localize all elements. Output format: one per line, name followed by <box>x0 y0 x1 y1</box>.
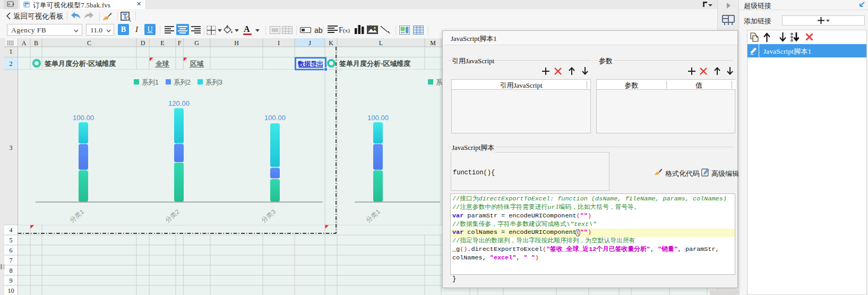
svg-text:H: H <box>234 39 239 47</box>
svg-text:D: D <box>141 39 145 47</box>
svg-text:I: I <box>278 39 280 47</box>
svg-text:E: E <box>160 39 164 47</box>
svg-text:系列2: 系列2 <box>174 79 191 86</box>
svg-text:2: 2 <box>10 60 13 68</box>
svg-text:J: J <box>308 39 311 47</box>
svg-text:6: 6 <box>10 247 13 254</box>
svg-text:K: K <box>329 39 333 47</box>
svg-text:L: L <box>379 39 383 47</box>
svg-text:A: A <box>22 39 27 47</box>
svg-text:1: 1 <box>10 48 13 55</box>
svg-text:系列1: 系列1 <box>142 79 159 86</box>
svg-text:8: 8 <box>10 267 13 274</box>
svg-text:G: G <box>194 39 199 47</box>
svg-text:系列3: 系列3 <box>205 79 222 86</box>
svg-text:4: 4 <box>10 226 13 234</box>
svg-text:签单月度分析-区域维度: 签单月度分析-区域维度 <box>44 60 116 68</box>
svg-text:C: C <box>87 39 91 47</box>
svg-text:100.00: 100.00 <box>367 114 389 122</box>
svg-text:100.00: 100.00 <box>73 114 94 122</box>
svg-text:签单月度分析-区域维度: 签单月度分析-区域维度 <box>339 60 411 68</box>
svg-text:全球: 全球 <box>155 60 169 68</box>
svg-text:10: 10 <box>8 287 14 294</box>
svg-text:7: 7 <box>10 257 13 264</box>
svg-text:B: B <box>34 39 38 47</box>
svg-text:数据导出: 数据导出 <box>297 60 323 68</box>
svg-text:9: 9 <box>10 277 13 284</box>
svg-text:M: M <box>430 39 436 47</box>
svg-text:120.00: 120.00 <box>168 99 190 107</box>
svg-text:F: F <box>178 39 182 47</box>
svg-text:3: 3 <box>10 144 13 151</box>
svg-text:100.00: 100.00 <box>264 114 286 122</box>
svg-text:5: 5 <box>10 237 13 244</box>
svg-text:区域: 区域 <box>190 60 204 68</box>
